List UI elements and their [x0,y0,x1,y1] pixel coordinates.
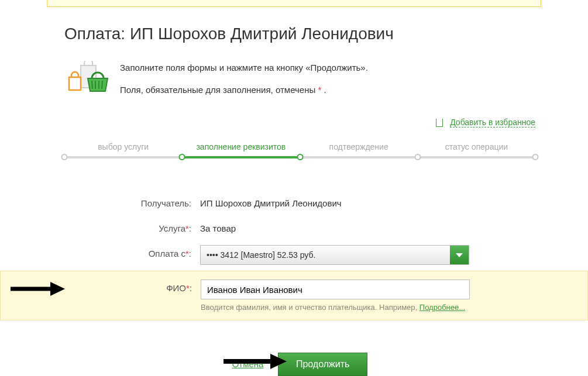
service-value: За товар [200,220,535,233]
step-dot-5 [532,154,539,160]
progress-steps: выбор услуги заполнение реквизитов подтв… [64,142,535,165]
annotation-arrow-fio [9,282,65,296]
payfrom-select[interactable]: •••• 3412 [Maestro] 52.53 руб. [200,245,469,265]
chevron-down-icon[interactable] [450,246,469,264]
step-3-label: подтверждение [300,142,418,151]
actions-row: Отмена Продолжить [64,353,535,376]
fio-hint-link[interactable]: Подробнее... [419,303,465,312]
row-service: Услуга*: За товар [64,214,535,239]
fio-label: ФИО*: [65,280,201,293]
step-dot-4 [414,154,421,160]
service-label: Услуга*: [64,220,200,233]
top-notice-bar [47,0,541,7]
fio-highlight-block: ФИО*: Вводится фамилия, имя и отчество п… [0,271,588,320]
continue-button[interactable]: Продолжить [278,353,367,376]
svg-marker-9 [270,354,287,369]
recipient-value: ИП Шорохов Дмитрий Леонидович [200,195,535,208]
fio-input[interactable] [201,280,470,299]
row-payfrom: Оплата с*: •••• 3412 [Maestro] 52.53 руб… [64,239,535,271]
row-recipient: Получатель: ИП Шорохов Дмитрий Леонидови… [64,189,535,214]
payfrom-label: Оплата с*: [64,245,200,258]
step-4-label: статус операции [418,142,535,151]
intro-line2: Поля, обязательные для заполнения, отмеч… [120,83,368,97]
svg-line-5 [102,81,102,89]
step-2-label: заполнение реквизитов [182,142,300,151]
step-dot-1 [61,154,68,160]
payfrom-selected-value: •••• 3412 [Maestro] 52.53 руб. [201,246,450,264]
add-favorite-link[interactable]: Добавить в избранное [450,118,535,127]
page-title: Оплата: ИП Шорохов Дмитрий Леонидович [64,25,535,43]
intro-block: Заполните поля формы и нажмите на кнопку… [64,61,535,105]
svg-rect-1 [69,77,81,90]
steps-progress-fill [182,156,300,158]
svg-line-2 [92,81,92,89]
basket-icon [64,61,120,95]
step-1-label: выбор услуги [64,142,182,151]
fio-hint: Вводится фамилия, имя и отчество платель… [201,303,535,312]
svg-marker-7 [50,282,65,296]
step-dot-2 [179,154,185,160]
recipient-label: Получатель: [64,195,200,208]
bookmark-icon [436,119,443,127]
intro-line1: Заполните поля формы и нажмите на кнопку… [120,61,368,75]
annotation-arrow-continue [222,354,278,369]
step-dot-3 [297,154,303,160]
